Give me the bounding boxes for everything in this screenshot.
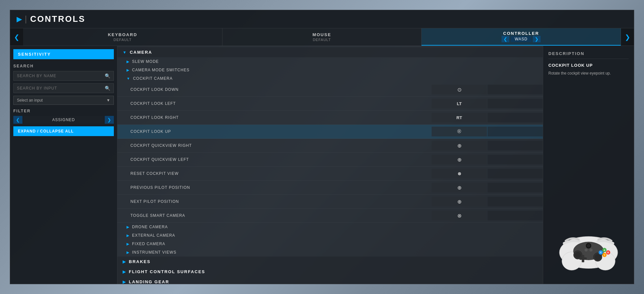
subcategory-camera-mode-label: CAMERA MODE SWITCHES xyxy=(132,68,190,72)
control-cockpit-look-down[interactable]: COCKPIT LOOK DOWN ⊙ xyxy=(117,83,543,97)
controller-profile-label: WASD xyxy=(511,36,531,42)
sidebar: SENSITIVITY SEARCH 🔍 🔍 Select an input ▼… xyxy=(10,46,117,284)
tab-mouse-sub: DEFAULT xyxy=(313,38,331,42)
controller-prev-button[interactable]: ❮ xyxy=(502,36,509,42)
page-title: CONTROLS xyxy=(30,14,86,24)
cockpit-camera-chevron-icon: ▼ xyxy=(127,77,130,80)
search-by-name-field[interactable]: 🔍 xyxy=(13,71,114,81)
subcategory-drone-label: DRONE CAMERA xyxy=(132,225,168,229)
controls-list[interactable]: ▼ CAMERA ▶ SLEW MODE ▶ CAMERA MODE SWITC… xyxy=(117,46,543,284)
tab-right-arrow[interactable]: ❯ xyxy=(621,28,634,46)
subcategory-cockpit-camera[interactable]: ▼ COCKPIT CAMERA xyxy=(117,74,543,83)
binding1-quickview-right: ⊕ xyxy=(432,141,487,150)
tab-left-arrow[interactable]: ❮ xyxy=(10,28,23,46)
control-prev-pilot-position[interactable]: PREVIOUS PILOT POSITION ⊕ xyxy=(117,181,543,195)
control-reset-cockpit-view[interactable]: RESET COCKPIT VIEW ⊗ xyxy=(117,167,543,181)
tab-controller[interactable]: CONTROLLER ❮ WASD ❯ xyxy=(422,28,621,46)
filter-next-button[interactable]: ❯ xyxy=(105,116,114,124)
binding-icon-rs: ⊗ xyxy=(458,171,461,176)
controls-content: ▼ CAMERA ▶ SLEW MODE ▶ CAMERA MODE SWITC… xyxy=(117,46,543,284)
category-camera[interactable]: ▼ CAMERA xyxy=(117,47,543,57)
search-input-input[interactable] xyxy=(17,86,102,91)
control-cockpit-look-left[interactable]: COCKPIT LOOK LEFT LT xyxy=(117,97,543,111)
subcategory-fixed-camera[interactable]: ▶ FIXED CAMERA xyxy=(117,240,543,248)
subcategory-camera-mode-switches[interactable]: ▶ CAMERA MODE SWITCHES xyxy=(117,66,543,74)
binding-icon-prev-pilot: ⊕ xyxy=(457,185,462,191)
svg-text:A: A xyxy=(604,249,605,251)
binding1-cockpit-look-right: RT xyxy=(432,113,487,122)
right-panel: DESCRIPTION COCKPIT LOOK UP Rotate the c… xyxy=(543,46,634,284)
select-input-label: Select an input xyxy=(17,98,43,103)
camera-mode-chevron-icon: ▶ xyxy=(127,68,129,72)
control-cockpit-look-up[interactable]: COCKPIT LOOK UP ® xyxy=(117,125,543,139)
search-label: SEARCH xyxy=(13,64,114,68)
description-text: Rotate the cockpit view eyepoint up. xyxy=(548,70,629,76)
control-cockpit-quickview-left[interactable]: COCKPIT QUICKVIEW LEFT ⊕ xyxy=(117,153,543,167)
svg-point-7 xyxy=(595,254,601,260)
binding-icon-toggle-smart: ⊗ xyxy=(457,213,462,219)
instrument-chevron-icon: ▶ xyxy=(127,250,129,255)
svg-text:Y: Y xyxy=(604,254,605,256)
binding-icon-down: ⊙ xyxy=(457,87,462,93)
controller-next-button[interactable]: ❯ xyxy=(533,36,541,42)
header: ▶ | CONTROLS xyxy=(10,10,634,28)
binding-icon-rt: RT xyxy=(456,115,462,120)
control-name-quickview-right: COCKPIT QUICKVIEW RIGHT xyxy=(130,143,432,148)
binding2-next-pilot xyxy=(488,197,543,206)
subcategory-external-camera[interactable]: ▶ EXTERNAL CAMERA xyxy=(117,231,543,240)
tab-keyboard[interactable]: KEYBOARD DEFAULT xyxy=(23,28,222,46)
binding-icon-next-pilot: ⊕ xyxy=(457,199,462,205)
body: SENSITIVITY SEARCH 🔍 🔍 Select an input ▼… xyxy=(10,46,634,284)
binding2-cockpit-look-down xyxy=(488,85,543,94)
category-brakes-label: BRAKES xyxy=(129,259,151,264)
expand-collapse-button[interactable]: EXPAND / COLLAPSE ALL xyxy=(13,126,114,136)
subcategory-drone-camera[interactable]: ▶ DRONE CAMERA xyxy=(117,223,543,231)
control-name-quickview-left: COCKPIT QUICKVIEW LEFT xyxy=(130,157,432,162)
category-camera-label: CAMERA xyxy=(130,50,152,55)
control-next-pilot-position[interactable]: NEXT PILOT POSITION ⊕ xyxy=(117,195,543,209)
fixed-chevron-icon: ▶ xyxy=(127,242,129,246)
filter-row: ❮ ASSIGNED ❯ xyxy=(13,116,114,124)
search-by-input-field[interactable]: 🔍 xyxy=(13,83,114,93)
category-landing-gear-label: LANDING GEAR xyxy=(129,279,169,284)
search-name-input[interactable] xyxy=(17,74,102,78)
header-chevron-icon: ▶ xyxy=(17,15,22,23)
control-name-toggle-smart: TOGGLE SMART CAMERA xyxy=(130,213,432,218)
control-name-cockpit-look-left: COCKPIT LOOK LEFT xyxy=(130,101,432,106)
svg-text:B: B xyxy=(607,251,609,254)
filter-prev-button[interactable]: ❮ xyxy=(13,116,22,124)
control-toggle-smart-camera[interactable]: TOGGLE SMART CAMERA ⊗ xyxy=(117,209,543,223)
binding2-reset-cockpit xyxy=(488,169,543,178)
subcategory-instrument-views[interactable]: ▶ INSTRUMENT VIEWS xyxy=(117,248,543,257)
binding1-reset-cockpit: ⊗ xyxy=(432,169,487,178)
svg-point-21 xyxy=(587,244,590,247)
binding2-cockpit-look-right xyxy=(488,113,543,122)
svg-point-19 xyxy=(584,248,587,251)
category-flight-control-label: FLIGHT CONTROL SURFACES xyxy=(129,269,205,274)
tab-controller-label: CONTROLLER xyxy=(503,31,539,36)
search-name-icon: 🔍 xyxy=(105,73,110,78)
sensitivity-button[interactable]: SENSITIVITY xyxy=(13,49,114,59)
svg-rect-9 xyxy=(579,257,587,260)
binding2-cockpit-look-up xyxy=(488,127,543,136)
control-cockpit-quickview-right[interactable]: COCKPIT QUICKVIEW RIGHT ⊕ xyxy=(117,139,543,153)
tab-keyboard-sub: DEFAULT xyxy=(114,38,132,42)
binding1-quickview-left: ⊕ xyxy=(432,155,487,164)
control-name-cockpit-look-right: COCKPIT LOOK RIGHT xyxy=(130,115,432,120)
category-landing-gear[interactable]: ▶ LANDING GEAR xyxy=(117,277,543,284)
category-flight-control[interactable]: ▶ FLIGHT CONTROL SURFACES xyxy=(117,267,543,277)
category-brakes[interactable]: ▶ BRAKES xyxy=(117,257,543,267)
subcategory-fixed-label: FIXED CAMERA xyxy=(132,242,165,246)
control-cockpit-look-right[interactable]: COCKPIT LOOK RIGHT RT xyxy=(117,111,543,125)
binding2-prev-pilot xyxy=(488,183,543,192)
subcategory-slew-mode[interactable]: ▶ SLEW MODE xyxy=(117,57,543,66)
binding-icon-up: ® xyxy=(457,129,461,134)
subcategory-slew-label: SLEW MODE xyxy=(132,59,159,64)
description-title: DESCRIPTION xyxy=(548,51,629,59)
controller-svg: A B X Y xyxy=(555,227,622,272)
description-heading: COCKPIT LOOK UP xyxy=(548,63,629,68)
binding-icon-qvr: ⊕ xyxy=(457,143,462,149)
tab-mouse[interactable]: MOUSE DEFAULT xyxy=(222,28,422,46)
select-input-dropdown[interactable]: Select an input ▼ xyxy=(13,96,114,105)
landing-gear-chevron-icon: ▶ xyxy=(123,280,126,284)
